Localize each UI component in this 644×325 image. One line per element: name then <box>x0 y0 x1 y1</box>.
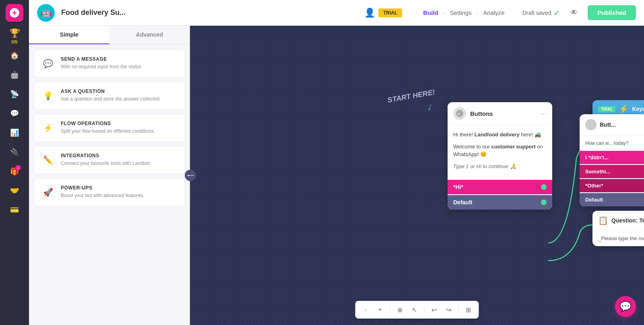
powerups-title: POWER-UPS <box>61 185 144 191</box>
grid-button[interactable]: ⊞ <box>462 303 475 316</box>
bot-name: Food delivery Su... <box>61 8 358 17</box>
select-button[interactable]: ↖ <box>408 303 421 316</box>
score-widget: 🏆 0/5 <box>9 28 20 44</box>
trial-badge: TRIAL <box>378 8 402 17</box>
integrations-desc: Connect your favourite tools with Landbo… <box>61 160 151 167</box>
tab-analyze[interactable]: Analyze <box>480 8 508 18</box>
sidebar-item-analytics[interactable]: 📊 <box>6 125 23 141</box>
integrations-title: INTEGRATIONS <box>61 153 151 158</box>
panel-item-send-message[interactable]: 💬 SEND A MESSAGE With no required input … <box>34 49 185 78</box>
question-title: Question: Text <box>611 217 644 224</box>
sidebar-item-billing[interactable]: 💳 <box>6 202 23 218</box>
tab-build[interactable]: Build <box>420 8 442 18</box>
send-message-icon: 💬 <box>41 56 55 71</box>
question-icon: 📋 <box>598 216 608 225</box>
sidebar-item-home[interactable]: 🏠 <box>6 47 23 64</box>
zoom-out-button[interactable]: - <box>359 303 372 316</box>
question-body: _Please type the nu... <box>598 235 644 241</box>
powerups-desc: Boost your bot with advanced features. <box>61 192 144 199</box>
question-text-node: 📋 Question: Text _Please type the nu... <box>592 211 644 246</box>
content-area: Simple Advanced 💬 SEND A MESSAGE With no… <box>29 26 644 325</box>
flow-operations-title: FLOW OPERATIONS <box>61 121 155 126</box>
partial-btn-default[interactable]: Default <box>580 193 644 206</box>
sidebar-item-gifts[interactable]: 🎁 1 <box>6 163 23 179</box>
kj-trial-badge: TRIAL <box>598 106 615 112</box>
powerups-icon: 🚀 <box>41 185 55 200</box>
canvas[interactable]: START HERE! ↓ B Buttons ··· Hi there! La… <box>190 26 644 325</box>
flow-operations-desc: Split your flow based on different condi… <box>61 128 155 135</box>
left-sidebar: 🏆 0/5 🏠 🤖 📡 💬 📊 🔌 🎁 1 🤝 💳 <box>0 0 29 325</box>
sidebar-item-handshake[interactable]: 🤝 <box>6 183 23 199</box>
top-bar: 🤖 Food delivery Su... 👤 TRIAL Build › Se… <box>29 0 644 26</box>
buttons-node-title: Buttons <box>470 110 537 117</box>
sidebar-item-messages[interactable]: 💬 <box>6 105 23 121</box>
undo-button[interactable]: ↩ <box>428 303 441 316</box>
hi-btn-dot <box>541 184 547 190</box>
left-panel: Simple Advanced 💬 SEND A MESSAGE With no… <box>29 26 190 325</box>
kj-icon: ⚡ <box>619 104 629 114</box>
partial-btn-3[interactable]: *Other* <box>580 179 644 192</box>
flow-operations-icon: ⚡ <box>41 121 55 135</box>
ask-question-icon: 💡 <box>41 88 55 103</box>
preview-button[interactable]: 👁 <box>567 6 581 20</box>
buttons-hi-btn[interactable]: *Hi* <box>448 180 552 194</box>
integrations-icon: ✏️ <box>41 153 55 167</box>
bot-icon: 🤖 <box>37 4 55 22</box>
panel-item-powerups[interactable]: 🚀 POWER-UPS Boost your bot with advanced… <box>34 178 185 206</box>
tab-settings[interactable]: Settings <box>446 8 475 18</box>
default-btn-dot <box>541 200 547 205</box>
partial-btn-1[interactable]: I *didn't... <box>580 151 644 164</box>
chat-bubble-button[interactable]: 💬 <box>615 296 636 317</box>
kj-title: Keyword Jump <box>632 106 644 112</box>
ask-question-desc: Ask a question and store the answer coll… <box>61 96 161 103</box>
ask-question-title: ASK A QUESTION <box>61 88 161 94</box>
trophy-icon: 🏆 <box>9 28 20 39</box>
buttons-node-avatar: B <box>453 107 466 120</box>
collapse-panel-button[interactable]: ⟵ <box>185 170 196 181</box>
svg-text:B: B <box>458 112 460 116</box>
check-icon: ✓ <box>553 8 560 18</box>
partial-avatar <box>585 119 597 130</box>
connections-svg <box>190 26 644 325</box>
tab-advanced[interactable]: Advanced <box>109 26 190 44</box>
published-button[interactable]: Published <box>588 5 636 20</box>
tab-simple[interactable]: Simple <box>29 26 109 44</box>
app-logo[interactable] <box>6 4 23 22</box>
user-icon: 👤 <box>364 8 375 18</box>
send-message-title: SEND A MESSAGE <box>61 56 142 62</box>
move-button[interactable]: ⊕ <box>394 303 407 316</box>
buttons-message1: Hi there! Landfood delivery here! 🚜 <box>453 131 547 139</box>
sidebar-item-plugins[interactable]: 🔌 <box>6 144 23 160</box>
main-area: 🤖 Food delivery Su... 👤 TRIAL Build › Se… <box>29 0 644 325</box>
send-message-desc: With no required input from the visitor. <box>61 64 142 70</box>
top-right-actions: Draft saved ✓ 👁 Published <box>522 5 636 20</box>
partial-body: How can w... today? <box>580 136 644 151</box>
panel-item-flow-operations[interactable]: ⚡ FLOW OPERATIONS Split your flow based … <box>34 114 185 142</box>
canvas-toolbar: - + ⊕ ↖ ↩ ↪ ⊞ <box>355 301 479 319</box>
draft-saved-indicator: Draft saved ✓ <box>522 8 561 18</box>
partial-buttons-node: Butt... How can w... today? I *didn't...… <box>580 114 644 206</box>
start-here-label: START HERE! <box>387 88 436 105</box>
sidebar-item-broadcast[interactable]: 📡 <box>6 86 23 102</box>
buttons-node: B Buttons ··· Hi there! Landfood deliver… <box>448 102 552 210</box>
gifts-badge: 1 <box>15 165 21 171</box>
buttons-default-btn[interactable]: Default <box>448 195 552 210</box>
panel-tabs: Simple Advanced <box>29 26 190 45</box>
panel-item-ask-question[interactable]: 💡 ASK A QUESTION Ask a question and stor… <box>34 82 185 110</box>
buttons-message3: Type 1 or Hi to continue 🙏 <box>453 162 547 171</box>
partial-title: Butt... <box>600 121 616 128</box>
panel-item-integrations[interactable]: ✏️ INTEGRATIONS Connect your favourite t… <box>34 146 185 174</box>
zoom-in-button[interactable]: + <box>374 303 387 316</box>
nav-tabs: Build › Settings › Analyze <box>420 8 508 18</box>
buttons-node-menu[interactable]: ··· <box>541 109 547 118</box>
redo-button[interactable]: ↪ <box>442 303 455 316</box>
start-arrow: ↓ <box>425 100 435 114</box>
panel-content: 💬 SEND A MESSAGE With no required input … <box>29 45 190 325</box>
partial-btn-2[interactable]: Somethi... <box>580 165 644 178</box>
sidebar-item-bot[interactable]: 🤖 <box>6 67 23 83</box>
buttons-message2: Welcome to our customer support on Whats… <box>453 143 547 158</box>
